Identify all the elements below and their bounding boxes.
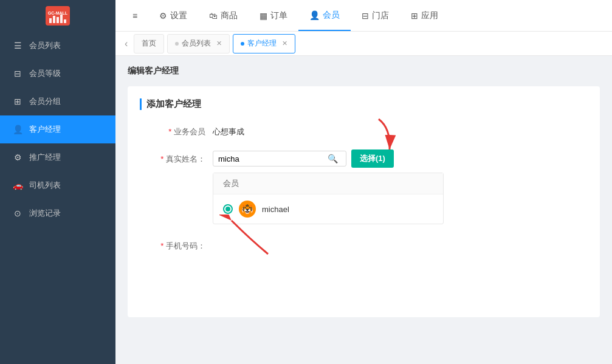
tab-customer-manager-close[interactable]: ✕ [282, 39, 287, 47]
sidebar-item-customer-manager[interactable]: 👤 客户经理 [0, 115, 115, 143]
nav-orders-label: 订单 [270, 10, 287, 21]
member-picker: 🔍 选择(1) [213, 149, 588, 224]
dropdown-rows-container: 🐯 michael [213, 194, 443, 224]
nav-item-members[interactable]: 👤 会员 [298, 0, 351, 31]
content-area: ‹ 首页 会员列表 ✕ 客户经理 ✕ 编辑客户经理 添加客户经理 [115, 32, 612, 364]
tab-customer-manager-label: 客户经理 [247, 38, 277, 49]
page-content: 编辑客户经理 添加客户经理 * 业务会员 心想事成 * 真实姓名： [115, 56, 612, 364]
member-level-icon: ⊟ [12, 69, 23, 78]
tab-member-list[interactable]: 会员列表 ✕ [167, 34, 230, 53]
sidebar-item-driver-list[interactable]: 🚗 司机列表 [0, 171, 115, 199]
nav-members-label: 会员 [323, 10, 340, 21]
sidebar-browse-history-label: 浏览记录 [29, 208, 61, 219]
svg-rect-3 [53, 16, 55, 23]
sidebar-item-member-group[interactable]: ⊞ 会员分组 [0, 88, 115, 115]
phone-label-text: 手机号码： [166, 241, 205, 250]
nav-item-orders[interactable]: ▦ 订单 [249, 0, 298, 31]
settings-icon: ⚙ [159, 11, 167, 21]
sidebar-member-group-label: 会员分组 [29, 96, 61, 107]
real-name-label: * 真实姓名： [140, 149, 213, 165]
nav-item-stores[interactable]: ⊟ 门店 [351, 0, 400, 31]
sidebar-item-member-level[interactable]: ⊟ 会员等级 [0, 60, 115, 88]
required-star: * [168, 127, 171, 136]
top-nav: GC-MALL ≡ ⚙ 设置 🛍 商品 ▦ 订单 👤 会员 [0, 0, 612, 32]
customer-manager-icon: 👤 [12, 125, 23, 134]
search-input[interactable] [218, 154, 328, 163]
nav-item-products[interactable]: 🛍 商品 [198, 0, 249, 31]
tab-home-label: 首页 [142, 38, 156, 49]
search-input-wrap: 🔍 [213, 151, 346, 167]
phone-value [213, 236, 588, 241]
search-button[interactable]: 🔍 [328, 154, 338, 163]
member-radio-michael[interactable] [223, 204, 233, 214]
sidebar-item-member-list[interactable]: ☰ 会员列表 [0, 32, 115, 60]
sidebar: ☰ 会员列表 ⊟ 会员等级 ⊞ 会员分组 👤 客户经理 ⚙ 推广经理 🚗 司机列… [0, 32, 115, 364]
sidebar-driver-list-label: 司机列表 [29, 180, 61, 191]
required-star-3: * [160, 241, 163, 250]
main-layout: ☰ 会员列表 ⊟ 会员等级 ⊞ 会员分组 👤 客户经理 ⚙ 推广经理 🚗 司机列… [0, 32, 612, 364]
stores-icon: ⊟ [362, 11, 369, 21]
tab-back-button[interactable]: ‹ [122, 38, 131, 49]
member-group-icon: ⊞ [12, 97, 23, 106]
nav-item-settings[interactable]: ⚙ 设置 [148, 0, 198, 31]
logo-area: GC-MALL [0, 0, 115, 32]
nav-settings-label: 设置 [170, 10, 187, 21]
tab-customer-manager-dot [241, 42, 244, 46]
tab-member-list-label: 会员列表 [182, 38, 211, 49]
real-name-label-text: 真实姓名： [166, 154, 205, 163]
driver-list-icon: 🚗 [12, 180, 23, 190]
sidebar-member-level-label: 会员等级 [29, 68, 61, 79]
nav-item-menu[interactable]: ≡ [122, 0, 148, 31]
nav-apps-label: 应用 [421, 10, 438, 21]
sidebar-customer-manager-label: 客户经理 [29, 124, 61, 135]
browse-history-icon: ⊙ [12, 208, 23, 218]
sidebar-member-list-label: 会员列表 [29, 40, 61, 51]
dropdown-header: 会员 [213, 173, 443, 194]
dropdown-row[interactable]: 🐯 michael [213, 194, 443, 224]
business-member-label: * 业务会员 [140, 122, 213, 137]
form-row-phone: * 手机号码： [140, 236, 588, 252]
card-title: 添加客户经理 [140, 98, 588, 110]
member-list-icon: ☰ [12, 41, 23, 50]
orders-icon: ▦ [260, 11, 267, 21]
nav-items: ≡ ⚙ 设置 🛍 商品 ▦ 订单 👤 会员 ⊟ 门店 ⊞ 应用 [115, 0, 612, 31]
svg-rect-4 [57, 17, 59, 23]
members-icon: 👤 [309, 10, 320, 20]
sidebar-item-promo-manager[interactable]: ⚙ 推广经理 [0, 143, 115, 171]
member-avatar-michael: 🐯 [239, 201, 256, 218]
business-member-value: 心想事成 [213, 122, 588, 137]
tab-customer-manager[interactable]: 客户经理 ✕ [233, 34, 295, 53]
form-row-real-name: * 真实姓名： 🔍 选择(1) [140, 149, 588, 224]
sidebar-promo-manager-label: 推广经理 [29, 152, 61, 163]
nav-item-apps[interactable]: ⊞ 应用 [400, 0, 449, 31]
form-row-business-member: * 业务会员 心想事成 [140, 122, 588, 137]
search-row: 🔍 选择(1) [213, 149, 588, 168]
svg-text:GC-MALL: GC-MALL [48, 11, 68, 15]
main-card: 添加客户经理 * 业务会员 心想事成 * 真实姓名： [128, 86, 600, 317]
nav-products-label: 商品 [221, 10, 238, 21]
nav-stores-label: 门店 [372, 10, 389, 21]
tab-home[interactable]: 首页 [134, 34, 164, 53]
svg-rect-5 [60, 15, 63, 23]
svg-rect-2 [49, 18, 52, 23]
promo-manager-icon: ⚙ [12, 153, 23, 162]
logo-icon: GC-MALL [44, 5, 71, 27]
apps-icon: ⊞ [411, 11, 418, 21]
tab-member-list-dot [175, 42, 179, 46]
menu-icon: ≡ [132, 11, 137, 21]
member-name-michael: michael [262, 205, 289, 214]
select-btn-container: 选择(1) [351, 149, 394, 168]
svg-rect-6 [64, 19, 66, 23]
business-member-label-text: 业务会员 [174, 127, 205, 136]
page-title: 编辑客户经理 [128, 66, 600, 77]
phone-label: * 手机号码： [140, 236, 213, 252]
select-button[interactable]: 选择(1) [351, 149, 394, 168]
dropdown-panel: 会员 🐯 michael [213, 173, 444, 224]
sidebar-item-browse-history[interactable]: ⊙ 浏览记录 [0, 199, 115, 227]
products-icon: 🛍 [209, 11, 218, 21]
tab-bar: ‹ 首页 会员列表 ✕ 客户经理 ✕ [115, 32, 612, 56]
tab-member-list-close[interactable]: ✕ [216, 39, 222, 47]
required-star-2: * [160, 154, 163, 163]
